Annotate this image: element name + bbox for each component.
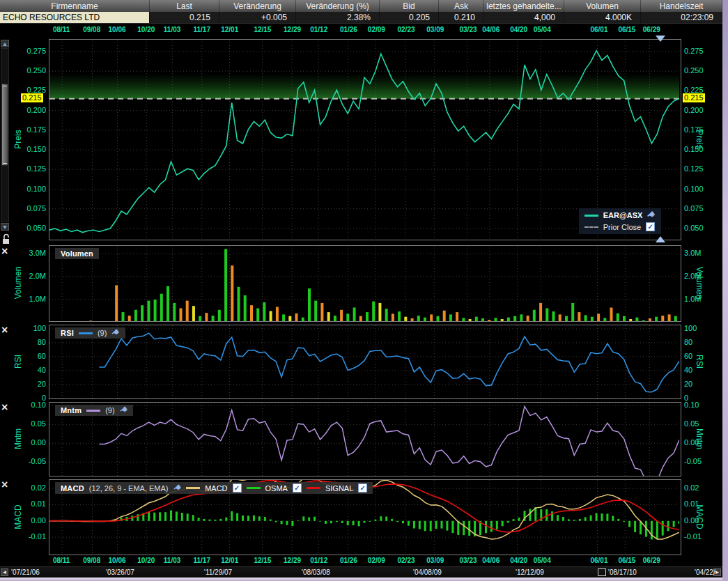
volume-bar bbox=[475, 317, 478, 321]
volume-bar bbox=[456, 312, 458, 321]
signal-swatch bbox=[307, 487, 320, 489]
ask-value: 0.210 bbox=[439, 12, 484, 23]
osma-bar bbox=[463, 521, 465, 535]
osma-bar bbox=[153, 513, 155, 521]
osma-bar bbox=[353, 521, 355, 525]
y-tick-label: 0.275 bbox=[684, 47, 719, 55]
trading-app-window: Firmenname Last Veränderung Veränderung … bbox=[0, 0, 728, 581]
hand-drag-icon[interactable]: ☚ bbox=[111, 327, 121, 338]
gridlines bbox=[49, 246, 679, 321]
quote-value-row: ECHO RESOURCES LTD 0.215 +0.005 2.38% 0.… bbox=[0, 12, 722, 24]
timeline-date-label: '04/08/09 bbox=[413, 568, 442, 576]
osma-bar bbox=[270, 520, 272, 521]
volume-bar bbox=[314, 301, 317, 321]
timeline-left-arrow[interactable]: ◄ bbox=[1, 568, 8, 576]
date-tick-label: 01/12 bbox=[310, 557, 327, 564]
volume-bar bbox=[449, 314, 452, 321]
col-last-label: Last bbox=[150, 0, 219, 12]
signal-legend-label: SIGNAL bbox=[325, 484, 353, 493]
macd-panel[interactable]: MACD (12, 26, 9 - EMA, EMA) ☚ MACD ✓ OSM… bbox=[49, 479, 681, 555]
date-tick-label: 10/06 bbox=[109, 26, 126, 33]
price-series-swatch bbox=[584, 215, 598, 217]
scroll-up-icon bbox=[3, 42, 7, 46]
company-name-value[interactable]: ECHO RESOURCES LTD bbox=[0, 12, 150, 23]
trade-time-value: 02:23:09 bbox=[641, 12, 722, 23]
osma-checkbox[interactable]: ✓ bbox=[293, 483, 302, 493]
osma-bar bbox=[231, 511, 233, 521]
osma-bar bbox=[225, 518, 227, 521]
close-volume-panel-button[interactable]: × bbox=[1, 247, 8, 256]
osma-bar bbox=[468, 521, 470, 536]
volume-bar bbox=[302, 318, 304, 321]
macd-legend-label: MACD bbox=[205, 484, 227, 493]
change-pct-value: 2.38% bbox=[296, 12, 380, 23]
rsi-plot[interactable] bbox=[49, 325, 679, 398]
gridlines bbox=[49, 403, 679, 476]
date-tick-label: 06/01 bbox=[590, 26, 607, 33]
close-macd-panel-button[interactable]: × bbox=[1, 480, 8, 490]
rsi-panel[interactable]: RSI (9) ☚ bbox=[49, 325, 681, 399]
scroll-up-button[interactable] bbox=[1, 40, 9, 47]
price-chart-panel[interactable]: EAR@ASX ☚ Prior Close ✓ bbox=[49, 39, 681, 240]
volume-bar bbox=[430, 314, 433, 321]
y-tick-label: 0.200 bbox=[14, 106, 46, 114]
hand-drag-icon[interactable]: ☚ bbox=[172, 483, 183, 493]
mntm-plot[interactable] bbox=[49, 403, 679, 476]
date-tick-label: 02/23 bbox=[398, 26, 415, 33]
collapse-down-marker[interactable] bbox=[656, 36, 665, 42]
last-value: 0.215 bbox=[150, 12, 219, 23]
momentum-panel[interactable]: Mntm (9) ☚ bbox=[49, 402, 681, 477]
osma-bar bbox=[214, 520, 216, 521]
volume-bar bbox=[89, 320, 92, 321]
osma-bar bbox=[319, 521, 321, 522]
volume-bar bbox=[545, 309, 548, 322]
osma-bar bbox=[297, 520, 299, 521]
hand-drag-icon[interactable]: ☚ bbox=[118, 405, 129, 415]
hand-drag-icon[interactable]: ☚ bbox=[646, 210, 656, 220]
prior-close-checkbox[interactable]: ✓ bbox=[646, 222, 655, 231]
volume-panel[interactable]: Volumen bbox=[49, 245, 681, 322]
date-tick-label: 04/20 bbox=[510, 557, 527, 564]
volume-bar bbox=[469, 319, 472, 321]
osma-bar bbox=[651, 521, 653, 540]
prior-close-label: Prior Close bbox=[603, 223, 641, 231]
y-tick-label: 0.125 bbox=[14, 164, 46, 173]
scroll-down-button[interactable] bbox=[1, 223, 9, 231]
date-tick-label: 08/11 bbox=[53, 557, 70, 564]
volume-bar bbox=[238, 287, 240, 321]
volume-bar bbox=[424, 318, 426, 321]
close-rsi-panel-button[interactable]: × bbox=[1, 325, 8, 335]
volume-bar bbox=[173, 303, 176, 321]
osma-bar bbox=[203, 519, 206, 521]
price-scrollbar-thumb[interactable] bbox=[1, 84, 8, 166]
volume-bar bbox=[565, 316, 568, 321]
y-tick-label: -0.05 bbox=[14, 457, 46, 465]
timeline-thumb[interactable] bbox=[598, 568, 606, 576]
y-tick-label: -0.01 bbox=[684, 532, 719, 541]
osma-bar bbox=[628, 521, 630, 527]
signal-checkbox[interactable]: ✓ bbox=[358, 483, 367, 493]
osma-bar bbox=[435, 521, 437, 529]
close-mntm-panel-button[interactable]: × bbox=[1, 403, 8, 412]
scroll-down-icon bbox=[3, 226, 7, 229]
axis-title-left: MACD bbox=[13, 504, 23, 529]
volume-bar bbox=[372, 302, 375, 321]
timeline-scrollbar[interactable]: ◄ ► '07/21/06'03/26/07'11/29/07'08/03/08… bbox=[0, 566, 722, 578]
axis-title-left: RSI bbox=[13, 354, 23, 368]
osma-bar bbox=[209, 520, 211, 521]
volume-bar bbox=[495, 318, 497, 321]
macd-line-swatch bbox=[186, 487, 200, 489]
osma-bar bbox=[441, 521, 443, 529]
volume-plot[interactable] bbox=[49, 246, 679, 321]
col-bid-label: Bid bbox=[380, 0, 439, 12]
volume-bar bbox=[282, 314, 285, 321]
volume-bar bbox=[270, 311, 272, 322]
date-tick-label: 04/06 bbox=[482, 557, 499, 564]
osma-bar bbox=[446, 521, 448, 531]
macd-checkbox[interactable]: ✓ bbox=[233, 483, 242, 493]
collapse-up-marker[interactable] bbox=[656, 236, 665, 242]
y-tick-label: 0.02 bbox=[14, 483, 46, 492]
osma-bar bbox=[568, 519, 570, 520]
unlock-icon[interactable] bbox=[1, 233, 10, 245]
date-tick-label: 11/17 bbox=[193, 557, 210, 564]
